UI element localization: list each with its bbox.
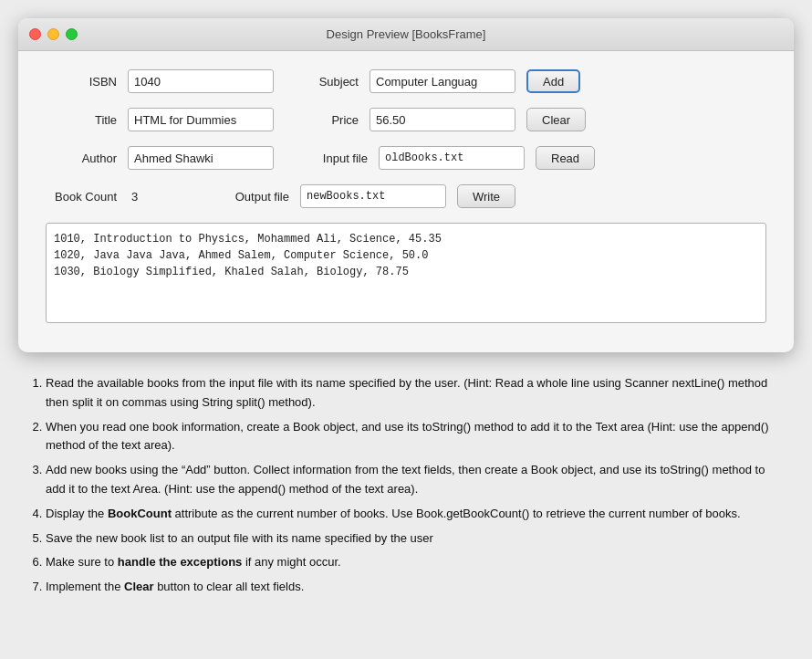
exceptions-bold: handle the exceptions [118,555,243,569]
author-label: Author [46,152,128,165]
instruction-1: Read the available books from the input … [46,374,785,413]
price-label: Price [292,113,370,127]
author-input[interactable] [128,146,274,170]
main-window: Design Preview [BooksFrame] ISBN Subject… [18,18,794,352]
instructions-section: Read the available books from the input … [18,374,794,597]
outputfile-input[interactable] [300,184,446,208]
instruction-7: Implement the Clear button to clear all … [46,578,785,597]
clear-bold: Clear [124,580,154,593]
bookcount-value: 3 [131,190,168,204]
price-input[interactable] [370,108,515,131]
inputfile-label: Input file [292,152,379,165]
add-button[interactable]: Add [526,69,580,93]
outputfile-label: Output file [213,190,300,204]
instruction-6: Make sure to handle the exceptions if an… [46,553,785,572]
window-title: Design Preview [BooksFrame] [327,27,486,41]
clear-button[interactable]: Clear [526,108,586,131]
subject-input[interactable] [370,69,515,93]
title-row: Title Price Clear [46,108,766,131]
instruction-3: Add new books using the “Add” button. Co… [46,461,785,499]
instruction-5: Save the new book list to an output file… [46,529,785,549]
bookcount-bold: BookCount [108,507,172,520]
bookcount-row: Book Count 3 Output file Write [46,184,766,208]
close-button[interactable] [29,28,41,40]
title-input[interactable] [128,108,274,131]
isbn-row: ISBN Subject Add [46,69,766,93]
isbn-label: ISBN [46,75,128,89]
minimize-button[interactable] [47,28,59,40]
author-row: Author Input file Read [46,146,766,170]
maximize-button[interactable] [66,28,78,40]
write-button[interactable]: Write [457,184,515,208]
instruction-2: When you read one book information, crea… [46,418,785,456]
textarea-wrapper: 1010, Introduction to Physics, Mohammed … [46,223,766,327]
isbn-input[interactable] [128,69,274,93]
inputfile-input[interactable] [379,146,525,170]
books-textarea[interactable]: 1010, Introduction to Physics, Mohammed … [46,223,766,323]
instruction-4: Display the BookCount attribute as the c… [46,505,785,524]
window-content: ISBN Subject Add Title Price Clear Autho… [18,51,794,352]
subject-label: Subject [292,75,370,89]
bookcount-label: Book Count [46,190,128,204]
read-button[interactable]: Read [536,146,595,170]
title-label: Title [46,113,128,127]
titlebar: Design Preview [BooksFrame] [18,18,794,51]
traffic-lights [29,28,78,40]
instructions-list: Read the available books from the input … [27,374,785,597]
